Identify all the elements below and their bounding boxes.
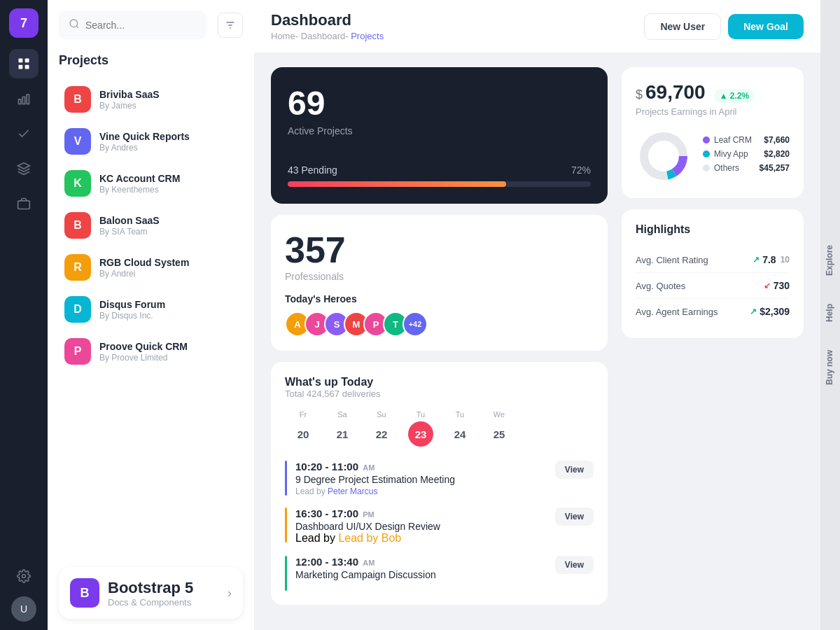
highlight-label: Avg. Client Rating bbox=[636, 255, 708, 265]
project-by: By Andres bbox=[99, 143, 237, 153]
calendar-day[interactable]: Sa 21 bbox=[324, 410, 360, 447]
donut-legend: Leaf CRM $7,660 Mivy App $2,820 Others $… bbox=[703, 135, 790, 177]
calendar-day[interactable]: Fr 20 bbox=[285, 410, 321, 447]
sidebar-icon-check[interactable] bbox=[9, 119, 38, 148]
highlight-value: ↗ 7.810 bbox=[752, 254, 790, 265]
bootstrap-sub: Docs & Components bbox=[108, 597, 193, 608]
event-lead-link[interactable]: Lead by Bob bbox=[338, 532, 401, 544]
highlight-value: ↗ $2,309 bbox=[750, 306, 790, 317]
legend-item: Mivy App $2,820 bbox=[703, 149, 790, 159]
sidebar-icon-briefcase[interactable] bbox=[9, 189, 38, 218]
active-projects-label: Active Projects bbox=[288, 125, 591, 136]
legend-label: Mivy App bbox=[714, 149, 748, 159]
projects-title: Projects bbox=[59, 53, 243, 68]
highlights-card: Highlights Avg. Client Rating ↗ 7.810 Av… bbox=[622, 209, 804, 338]
highlights-title: Highlights bbox=[636, 223, 790, 236]
project-item[interactable]: B Briviba SaaS By James bbox=[59, 79, 243, 120]
earnings-badge: ▲ 2.2% bbox=[714, 89, 755, 103]
project-item[interactable]: K KC Account CRM By Keenthemes bbox=[59, 163, 243, 204]
project-item[interactable]: R RGB Cloud System By Andrei bbox=[59, 247, 243, 288]
svg-point-10 bbox=[70, 20, 78, 27]
progress-bar bbox=[288, 181, 591, 187]
project-by: By Proove Limited bbox=[99, 353, 237, 363]
cal-day-name: Sa bbox=[337, 410, 346, 419]
whats-up-title: What's up Today bbox=[285, 376, 594, 388]
sidebar-user-avatar[interactable]: U bbox=[11, 596, 36, 622]
event-item: 10:20 - 11:00 AM 9 Degree Project Estima… bbox=[285, 461, 594, 496]
event-ampm: PM bbox=[363, 510, 374, 519]
event-lead-link[interactable]: Peter Marcus bbox=[328, 486, 377, 496]
svg-rect-5 bbox=[22, 97, 24, 104]
project-logo: B bbox=[64, 212, 91, 239]
event-ampm: AM bbox=[363, 559, 374, 567]
main-content: Dashboard Home- Dashboard- Projects New … bbox=[254, 0, 820, 630]
cal-day-num[interactable]: 24 bbox=[447, 421, 472, 447]
cal-day-num[interactable]: 20 bbox=[290, 421, 316, 447]
event-title: 9 Degree Project Estimation Meeting bbox=[295, 474, 547, 485]
project-name: Vine Quick Reports bbox=[99, 131, 237, 142]
project-by: By Disqus Inc. bbox=[99, 311, 237, 321]
event-ampm: AM bbox=[363, 463, 374, 472]
new-user-button[interactable]: New User bbox=[644, 13, 721, 40]
event-view-button[interactable]: View bbox=[555, 556, 594, 574]
event-title: Dashboard UI/UX Design Review bbox=[295, 521, 547, 532]
sidebar: 7 U bbox=[0, 0, 48, 630]
sidebar-icon-layers[interactable] bbox=[9, 154, 38, 183]
right-tab[interactable]: Buy now bbox=[819, 336, 840, 399]
project-logo: K bbox=[64, 170, 91, 197]
legend-dot bbox=[703, 136, 710, 144]
sidebar-avatar[interactable]: 7 bbox=[9, 8, 38, 38]
calendar-day[interactable]: Tu 23 bbox=[402, 410, 439, 447]
project-item[interactable]: P Proove Quick CRM By Proove Limited bbox=[59, 331, 243, 372]
bootstrap-arrow: › bbox=[227, 586, 232, 601]
cal-day-num[interactable]: 22 bbox=[369, 421, 394, 447]
sidebar-icon-chart[interactable] bbox=[9, 84, 38, 113]
highlight-row: Avg. Client Rating ↗ 7.810 bbox=[636, 247, 790, 273]
event-lead: Lead by Lead by Bob bbox=[295, 532, 547, 545]
sidebar-icon-settings[interactable] bbox=[9, 561, 38, 591]
project-item[interactable]: D Disqus Forum By Disqus Inc. bbox=[59, 289, 243, 330]
legend-value: $7,660 bbox=[764, 135, 790, 145]
legend-label: Others bbox=[714, 163, 739, 173]
svg-point-9 bbox=[22, 575, 26, 578]
event-content: 12:00 - 13:40 AM Marketing Campaign Disc… bbox=[295, 556, 547, 580]
cal-day-name: Tu bbox=[456, 410, 464, 419]
highlights-list: Avg. Client Rating ↗ 7.810 Avg. Quotes ↙… bbox=[636, 247, 790, 324]
event-time: 12:00 - 13:40 AM bbox=[295, 556, 547, 568]
hero-avatar: +42 bbox=[402, 312, 428, 337]
cal-day-name: Su bbox=[377, 410, 386, 419]
donut-chart bbox=[636, 128, 692, 184]
cal-day-num[interactable]: 25 bbox=[486, 421, 512, 447]
project-item[interactable]: B Baloon SaaS By SIA Team bbox=[59, 205, 243, 246]
highlight-value: ↙ 730 bbox=[764, 280, 790, 291]
sidebar-icon-grid[interactable] bbox=[9, 49, 38, 78]
event-view-button[interactable]: View bbox=[555, 507, 594, 526]
search-input[interactable] bbox=[85, 20, 197, 31]
project-logo: P bbox=[64, 338, 91, 365]
calendar-day[interactable]: We 25 bbox=[481, 410, 517, 447]
event-view-button[interactable]: View bbox=[555, 461, 594, 479]
new-goal-button[interactable]: New Goal bbox=[728, 14, 804, 39]
calendar-day[interactable]: Tu 24 bbox=[442, 410, 478, 447]
cal-day-num[interactable]: 23 bbox=[408, 421, 433, 447]
page-title: Dashboard bbox=[271, 11, 384, 29]
project-info: Disqus Forum By Disqus Inc. bbox=[99, 299, 237, 321]
trend-icon: ↗ bbox=[750, 307, 757, 316]
schedule-card: What's up Today Total 424,567 deliveries… bbox=[271, 362, 608, 605]
right-tab[interactable]: Help bbox=[819, 290, 840, 336]
legend-value: $2,820 bbox=[764, 149, 790, 159]
project-logo: B bbox=[64, 86, 91, 113]
cal-day-name: We bbox=[493, 410, 505, 419]
project-info: Baloon SaaS By SIA Team bbox=[99, 215, 237, 237]
professionals-label: Professionals bbox=[285, 271, 594, 282]
project-name: KC Account CRM bbox=[99, 173, 237, 184]
calendar-day[interactable]: Su 22 bbox=[363, 410, 400, 447]
cal-day-num[interactable]: 21 bbox=[330, 421, 355, 447]
right-tab[interactable]: Explore bbox=[819, 231, 840, 290]
svg-rect-2 bbox=[19, 65, 23, 69]
filter-button[interactable] bbox=[218, 13, 243, 38]
earnings-card: $ 69,700 ▲ 2.2% Projects Earnings in Apr… bbox=[622, 67, 804, 198]
right-tabs: ExploreHelpBuy now bbox=[820, 0, 840, 630]
bootstrap-card[interactable]: B Bootstrap 5 Docs & Components › bbox=[59, 567, 243, 619]
project-item[interactable]: V Vine Quick Reports By Andres bbox=[59, 121, 243, 162]
